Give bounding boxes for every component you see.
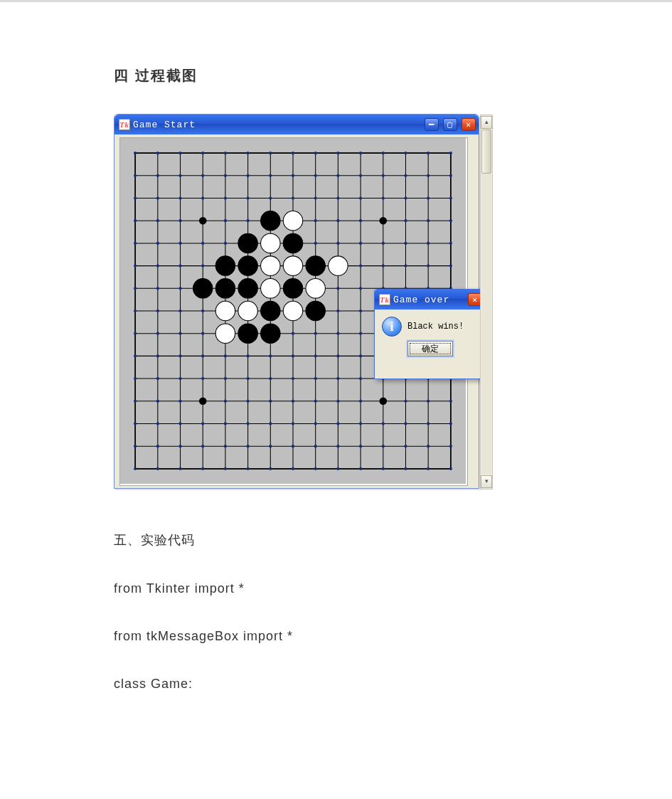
dialog-buttons: 确定 [375,341,485,362]
scroll-down-button[interactable]: ▾ [481,475,492,488]
svg-point-175 [336,332,339,335]
svg-point-122 [269,152,272,154]
svg-point-81 [201,242,204,245]
svg-point-66 [178,242,181,245]
svg-point-229 [427,196,430,199]
svg-point-37 [134,264,137,267]
svg-point-178 [336,400,339,403]
svg-point-33 [134,174,137,177]
svg-point-139 [292,196,294,199]
svg-point-189 [359,309,362,312]
svg-point-68 [178,287,181,290]
svg-point-174 [336,309,339,312]
svg-point-231 [427,242,430,245]
svg-point-195 [359,445,362,448]
svg-point-267 [306,256,325,275]
svg-point-82 [201,264,204,267]
svg-point-92 [224,152,227,154]
svg-point-227 [427,152,430,154]
svg-point-190 [359,332,362,335]
svg-point-280 [329,256,348,275]
svg-point-270 [238,279,257,298]
svg-point-255 [449,445,452,448]
svg-point-253 [449,400,452,403]
scroll-up-button[interactable]: ▴ [481,116,492,129]
svg-point-194 [359,422,362,425]
svg-point-56 [156,354,159,357]
svg-point-138 [292,174,294,177]
svg-point-102 [224,377,227,380]
scroll-track[interactable] [481,129,491,475]
svg-point-285 [283,301,302,320]
svg-point-260 [380,398,388,406]
svg-point-284 [238,301,257,320]
svg-point-168 [336,174,339,177]
svg-point-279 [283,256,302,275]
svg-point-72 [178,377,181,380]
svg-point-256 [449,467,452,470]
svg-point-133 [269,400,272,403]
svg-point-182 [359,152,362,154]
svg-point-258 [199,398,207,406]
svg-point-259 [380,217,388,225]
svg-point-91 [201,467,204,470]
svg-point-116 [246,354,249,357]
svg-point-165 [314,445,317,448]
svg-point-52 [156,264,159,267]
svg-point-247 [449,264,452,267]
svg-point-103 [224,400,227,403]
svg-point-180 [336,445,339,448]
svg-point-264 [283,233,302,253]
figure-scrollbar[interactable]: ▴ ▾ [480,115,493,490]
svg-point-64 [178,196,181,199]
svg-point-40 [134,332,137,335]
maximize-button[interactable]: ▢ [443,118,457,131]
svg-point-232 [427,264,430,267]
svg-point-213 [404,174,407,177]
svg-point-241 [427,467,430,470]
svg-point-276 [283,211,302,230]
svg-point-78 [201,174,204,177]
svg-point-201 [382,242,385,245]
code-line: from tkMessageBox import * [114,629,558,644]
game-window-titlebar[interactable]: Tk Game Start ━ ▢ ✕ [114,115,479,134]
svg-point-120 [246,445,249,448]
svg-point-211 [382,467,385,470]
svg-point-58 [156,400,159,403]
svg-point-254 [449,422,452,425]
close-button[interactable]: ✕ [462,118,476,131]
svg-point-170 [336,219,339,222]
svg-point-107 [246,152,249,154]
svg-point-193 [359,400,362,403]
svg-point-108 [246,174,249,177]
svg-point-118 [246,400,249,403]
svg-point-179 [336,422,339,425]
svg-point-42 [134,377,137,380]
svg-point-217 [404,264,407,267]
svg-point-36 [134,242,137,245]
svg-point-272 [261,301,280,320]
svg-point-60 [156,445,159,448]
svg-point-119 [246,422,249,425]
svg-point-75 [178,445,181,448]
minimize-button[interactable]: ━ [425,118,439,131]
svg-point-277 [261,233,280,253]
svg-point-223 [404,400,407,403]
svg-point-243 [449,174,452,177]
svg-point-263 [238,233,257,253]
code-line: class Game: [114,677,558,692]
svg-point-47 [156,152,159,154]
svg-point-262 [261,211,280,230]
dialog-titlebar[interactable]: Tk Game over ✕ [375,290,485,309]
svg-point-192 [359,377,362,380]
svg-point-199 [382,196,385,199]
svg-point-275 [261,324,280,343]
svg-point-273 [306,301,325,320]
svg-point-240 [427,445,430,448]
scroll-thumb[interactable] [481,129,491,174]
svg-point-44 [134,422,137,425]
svg-point-169 [336,196,339,199]
ok-button[interactable]: 确定 [407,341,453,356]
svg-point-226 [404,467,407,470]
document-page: 四 过程截图 Tk Game Start ━ ▢ ✕ Tk Game over … [0,0,672,799]
